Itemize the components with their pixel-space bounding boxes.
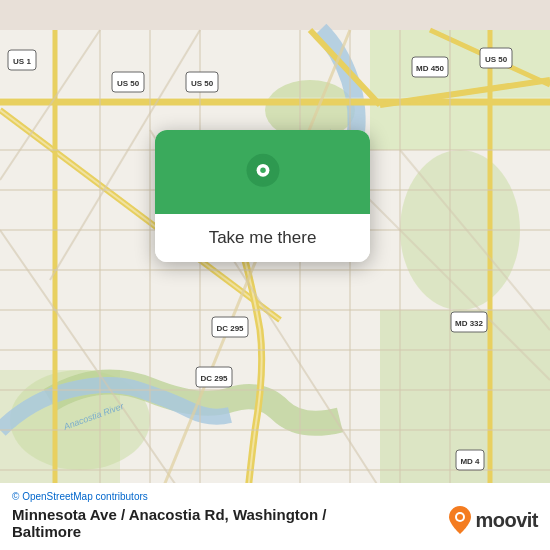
take-me-there-button[interactable]: Take me there: [155, 214, 370, 262]
bottom-info-bar: © OpenStreetMap contributors Minnesota A…: [0, 483, 550, 550]
location-line1: Minnesota Ave / Anacostia Rd, Washington…: [12, 506, 326, 523]
moovit-logo: moovit: [449, 506, 538, 534]
location-popup: Take me there: [155, 130, 370, 262]
svg-point-64: [457, 514, 463, 520]
svg-point-62: [260, 168, 266, 174]
map-background: Anacostia River Anacostia River US 1 US …: [0, 0, 550, 550]
location-pin-icon: [241, 152, 285, 196]
moovit-brand-text: moovit: [475, 509, 538, 532]
moovit-pin-icon: [449, 506, 471, 534]
svg-text:US 50: US 50: [117, 79, 140, 88]
svg-text:MD 450: MD 450: [416, 64, 445, 73]
svg-text:US 50: US 50: [191, 79, 214, 88]
location-line2: Baltimore: [12, 523, 326, 540]
svg-text:MD 332: MD 332: [455, 319, 484, 328]
svg-text:US 50: US 50: [485, 55, 508, 64]
svg-text:US 1: US 1: [13, 57, 31, 66]
svg-text:MD 4: MD 4: [460, 457, 480, 466]
popup-green-header: [155, 130, 370, 214]
map-container: Anacostia River Anacostia River US 1 US …: [0, 0, 550, 550]
location-description: Minnesota Ave / Anacostia Rd, Washington…: [12, 506, 326, 540]
svg-rect-2: [370, 30, 550, 150]
osm-credit: © OpenStreetMap contributors: [12, 491, 538, 502]
svg-text:DC 295: DC 295: [200, 374, 228, 383]
svg-text:DC 295: DC 295: [216, 324, 244, 333]
osm-credit-text: © OpenStreetMap contributors: [12, 491, 148, 502]
